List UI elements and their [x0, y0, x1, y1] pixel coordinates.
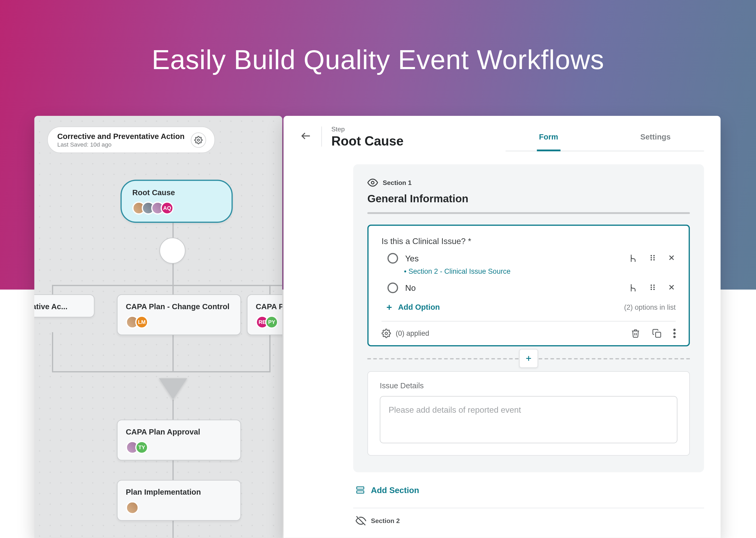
connector [172, 400, 174, 420]
avatar [126, 501, 139, 514]
svg-point-6 [650, 257, 652, 258]
eye-icon [367, 177, 378, 188]
workflow-canvas[interactable]: Corrective and Preventative Action Last … [34, 116, 282, 538]
workflow-last-saved: Last Saved: 10d ago [57, 141, 185, 148]
form-body: Section 1 General Information Is this a … [283, 151, 721, 538]
insert-field-divider [367, 358, 690, 360]
svg-rect-23 [656, 332, 661, 338]
svg-point-14 [650, 287, 652, 288]
connector [269, 332, 271, 371]
option-no-row: No [382, 276, 676, 294]
field-question: Is this a Clinical Issue? * [382, 237, 676, 246]
connector [52, 332, 53, 371]
node-root-cause[interactable]: Root Cause AQ [120, 180, 233, 223]
applied-count: (0) applied [396, 329, 429, 338]
svg-point-17 [653, 289, 655, 290]
node-capa-plan[interactable]: CAPA Plan RE PY [247, 295, 282, 335]
add-option-button[interactable]: Add Option [385, 303, 440, 311]
section-number: Section 1 [383, 179, 412, 186]
connector [52, 285, 53, 296]
option-yes-row: Yes [382, 246, 676, 264]
section-title: General Information [367, 193, 690, 205]
svg-point-24 [673, 329, 676, 331]
field-issue-details[interactable]: Issue Details Please add details of repo… [367, 371, 690, 456]
node-label: CAPA Plan Approval [126, 427, 232, 436]
node-label: CAPA Plan [256, 302, 282, 311]
svg-point-25 [673, 332, 676, 335]
section-number: Section 2 [371, 517, 400, 524]
hero-title: Easily Build Quality Event Workflows [0, 44, 756, 76]
svg-point-4 [650, 255, 652, 256]
svg-point-15 [653, 287, 655, 288]
step-eyebrow: Step [331, 125, 403, 133]
drag-handle-icon[interactable] [649, 253, 657, 263]
radio-icon[interactable] [388, 283, 398, 294]
gear-icon[interactable] [191, 132, 206, 148]
node-capa-approval[interactable]: CAPA Plan Approval TY [117, 420, 241, 460]
add-section-label: Add Section [371, 485, 419, 495]
radio-icon[interactable] [388, 253, 398, 264]
svg-point-16 [650, 289, 652, 290]
option-label[interactable]: Yes [405, 253, 622, 263]
trash-icon[interactable] [631, 329, 640, 338]
section-2-header: Section 2 [353, 508, 704, 526]
svg-point-9 [653, 259, 655, 260]
node-label: CAPA Plan - Change Control [126, 302, 232, 311]
node-preventative[interactable]: reventative Ac... [34, 295, 95, 318]
decision-circle[interactable] [160, 238, 186, 264]
svg-rect-29 [357, 487, 364, 489]
insert-field-button[interactable] [519, 349, 538, 368]
connector [172, 264, 174, 285]
svg-point-13 [653, 285, 655, 286]
node-label: Root Cause [132, 188, 220, 197]
add-section-button[interactable]: Add Section [353, 485, 704, 495]
close-icon[interactable] [668, 283, 676, 293]
textarea-placeholder[interactable]: Please add details of reported event [380, 396, 678, 444]
field-label: Issue Details [380, 381, 678, 390]
connector [172, 285, 174, 296]
avatar-group: LM [126, 316, 232, 329]
svg-point-5 [653, 255, 655, 256]
avatar: AQ [161, 201, 174, 215]
connector [52, 371, 271, 372]
form-builder-panel: Step Root Cause Form Settings Section 1 … [283, 116, 721, 538]
avatar: PY [265, 316, 278, 329]
svg-point-8 [650, 259, 652, 260]
node-label: Plan Implementation [126, 488, 232, 497]
avatar: LM [135, 316, 148, 329]
merge-triangle[interactable] [159, 378, 187, 400]
option-count: (2) options in list [624, 303, 676, 311]
back-arrow-icon[interactable] [300, 130, 312, 142]
drag-handle-icon[interactable] [649, 283, 657, 293]
close-icon[interactable] [668, 253, 676, 263]
tab-settings[interactable]: Settings [638, 125, 673, 151]
copy-icon[interactable] [652, 329, 661, 338]
gear-icon[interactable] [382, 329, 391, 338]
svg-point-0 [197, 139, 199, 141]
divider [321, 127, 322, 147]
option-branch-target[interactable]: Section 2 - Clinical Issue Source [404, 267, 676, 276]
connector [52, 285, 282, 286]
node-capa-plan-change[interactable]: CAPA Plan - Change Control LM [117, 295, 241, 335]
avatar-group: TY [126, 441, 232, 454]
field-card-clinical-issue[interactable]: Is this a Clinical Issue? * Yes [367, 225, 690, 347]
option-label[interactable]: No [405, 283, 622, 293]
svg-point-7 [653, 257, 655, 258]
svg-point-2 [371, 181, 374, 184]
svg-point-22 [385, 332, 388, 335]
branch-icon[interactable] [629, 283, 638, 293]
more-icon[interactable] [673, 329, 676, 338]
node-label: reventative Ac... [34, 302, 86, 311]
avatar-group [126, 501, 232, 514]
tab-bar: Form Settings [505, 125, 704, 151]
branch-icon[interactable] [629, 253, 638, 263]
tab-form[interactable]: Form [537, 125, 560, 151]
workflow-title: Corrective and Preventative Action [57, 132, 185, 141]
svg-point-12 [650, 285, 652, 286]
eye-off-icon [356, 515, 366, 526]
node-plan-implementation[interactable]: Plan Implementation [117, 480, 241, 521]
section-rule [367, 212, 690, 214]
connector [269, 285, 271, 296]
avatar: TY [135, 441, 148, 454]
avatar-group: AQ [132, 201, 220, 215]
